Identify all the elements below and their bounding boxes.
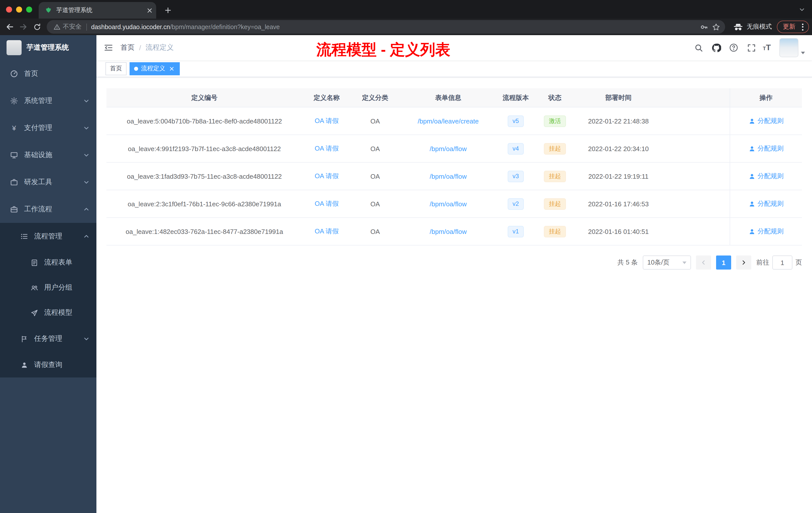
breadcrumb: 首页 / 流程定义: [120, 43, 174, 52]
definition-name-link[interactable]: OA 请假: [315, 117, 339, 124]
sidebar-item-process-model[interactable]: 流程模型: [0, 300, 96, 325]
new-tab-button[interactable]: [161, 3, 174, 17]
sidebar-item-label: 流程管理: [34, 232, 77, 241]
page-number-button[interactable]: 1: [716, 255, 731, 270]
close-window-button[interactable]: [6, 6, 12, 12]
sidebar-item-infrastructure[interactable]: 基础设施: [0, 142, 96, 169]
goto-page-input[interactable]: [772, 255, 792, 270]
caret-down-icon: [801, 52, 805, 54]
security-label: 不安全: [63, 23, 82, 31]
tab-search-button[interactable]: [799, 0, 805, 19]
definition-id: oa_leave:4:991f2193-7b7f-11ec-a3c8-acde4…: [107, 145, 302, 152]
forward-button[interactable]: [17, 20, 30, 34]
chevron-down-icon: [83, 179, 89, 185]
bookmark-star-icon[interactable]: [710, 21, 722, 33]
sidebar-item-label: 流程模型: [44, 308, 89, 317]
browser-menu-icon[interactable]: [799, 23, 807, 30]
chevron-down-icon: [83, 98, 89, 104]
form-link[interactable]: /bpm/oa/flow: [430, 228, 466, 235]
browser-update-button[interactable]: 更新: [777, 21, 809, 33]
tag-label: 首页: [110, 64, 122, 73]
sidebar-toggle-icon[interactable]: [96, 35, 120, 60]
password-key-icon[interactable]: [698, 21, 710, 33]
url-domain: dashboard.yudao.iocoder.cn: [91, 23, 170, 30]
sidebar-item-label: 流程表单: [44, 258, 89, 267]
assign-rule-button[interactable]: 分配规则: [749, 172, 784, 181]
version-badge: v1: [508, 225, 524, 237]
definition-category: OA: [351, 145, 399, 152]
column-header: 定义编号: [107, 93, 302, 102]
goto-label: 前往: [756, 258, 769, 267]
next-page-button[interactable]: [736, 255, 751, 270]
sidebar-item-workflow[interactable]: 工作流程: [0, 196, 96, 223]
gear-icon: [10, 97, 18, 105]
sidebar-item-devtools[interactable]: 研发工具: [0, 169, 96, 196]
assign-rule-button[interactable]: 分配规则: [749, 227, 784, 236]
sidebar-item-process-form[interactable]: 流程表单: [0, 250, 96, 275]
assign-rule-button[interactable]: 分配规则: [749, 199, 784, 208]
definition-id: oa_leave:2:3c1f0ef1-76b1-11ec-9c66-a2380…: [107, 200, 302, 208]
assign-rule-button[interactable]: 分配规则: [749, 117, 784, 125]
definition-id: oa_leave:1:482ec033-762a-11ec-8477-a2380…: [107, 228, 302, 235]
definition-name-link[interactable]: OA 请假: [315, 200, 339, 207]
definition-name-link[interactable]: OA 请假: [315, 145, 339, 152]
sidebar-item-home[interactable]: 首页: [0, 60, 96, 87]
address-bar[interactable]: 不安全 dashboard.yudao.iocoder.cn/bpm/manag…: [47, 20, 725, 34]
warning-icon[interactable]: [53, 21, 61, 33]
status-badge: 激活: [544, 115, 566, 127]
table-row: oa_leave:5:004b710b-7b8a-11ec-8ef0-acde4…: [107, 108, 802, 135]
zoom-window-button[interactable]: [26, 6, 32, 12]
sidebar-item-task-management[interactable]: 任务管理: [0, 325, 96, 352]
incognito-label: 无痕模式: [747, 23, 772, 31]
page-size-select[interactable]: 10条/页: [643, 255, 691, 270]
browser-tab[interactable]: 芋道管理系统: [39, 2, 156, 19]
fullscreen-icon[interactable]: [745, 42, 757, 54]
list-icon: [20, 233, 28, 240]
sidebar-menu: 首页 系统管理 ¥ 支付管理: [0, 60, 96, 378]
user-avatar-menu[interactable]: [779, 38, 805, 57]
chevron-down-icon: [83, 336, 89, 342]
reload-button[interactable]: [30, 20, 44, 34]
prev-page-button[interactable]: [696, 255, 711, 270]
sidebar-item-system[interactable]: 系统管理: [0, 87, 96, 115]
form-link[interactable]: /bpm/oa/flow: [430, 173, 466, 180]
app-logo[interactable]: 芋道管理系统: [0, 35, 96, 60]
browser-tab-bar: 芋道管理系统: [0, 0, 812, 19]
update-label: 更新: [783, 23, 795, 31]
font-size-icon[interactable]: TT: [763, 43, 771, 52]
tag-process-definition[interactable]: 流程定义: [129, 62, 180, 75]
form-link[interactable]: /bpm/oa/flow: [430, 145, 466, 152]
tag-home[interactable]: 首页: [106, 62, 126, 75]
sidebar-item-label: 用户分组: [44, 283, 89, 292]
search-icon[interactable]: [693, 42, 704, 54]
breadcrumb-home[interactable]: 首页: [120, 43, 135, 52]
assign-rule-button[interactable]: 分配规则: [749, 144, 784, 153]
goto-page: 前往 页: [756, 255, 802, 270]
person-icon: [749, 201, 755, 207]
url-path: /bpm/manager/definition?key=oa_leave: [170, 23, 280, 30]
breadcrumb-separator: /: [139, 44, 141, 52]
table-row: oa_leave:4:991f2193-7b7f-11ec-a3c8-acde4…: [107, 135, 802, 163]
pagination: 共 5 条 10条/页 1 前往 页: [107, 255, 802, 270]
breadcrumb-current: 流程定义: [146, 43, 174, 52]
definition-name-link[interactable]: OA 请假: [315, 228, 339, 235]
deploy-time: 2022-01-16 01:40:51: [576, 228, 661, 235]
dashboard-icon: [10, 70, 18, 78]
form-link[interactable]: /bpm/oa/leave/create: [418, 117, 479, 125]
chevron-down-icon: [83, 152, 89, 158]
sidebar-item-payment[interactable]: ¥ 支付管理: [0, 115, 96, 142]
back-button[interactable]: [3, 20, 17, 34]
screen: 芋道管理系统 不安全 dashboard.yudao.ioc: [0, 0, 812, 513]
tab-close-icon[interactable]: [147, 8, 152, 13]
tag-close-icon[interactable]: [168, 65, 175, 72]
url-separator: [86, 23, 87, 30]
definition-category: OA: [351, 200, 399, 208]
github-icon[interactable]: [710, 42, 722, 54]
form-link[interactable]: /bpm/oa/flow: [430, 200, 466, 208]
sidebar-item-leave-query[interactable]: 请假查询: [0, 352, 96, 378]
sidebar-item-process-management[interactable]: 流程管理: [0, 223, 96, 250]
definition-name-link[interactable]: OA 请假: [315, 172, 339, 180]
minimize-window-button[interactable]: [16, 6, 22, 12]
help-icon[interactable]: [728, 42, 740, 54]
sidebar-item-user-group[interactable]: 用户分组: [0, 275, 96, 300]
